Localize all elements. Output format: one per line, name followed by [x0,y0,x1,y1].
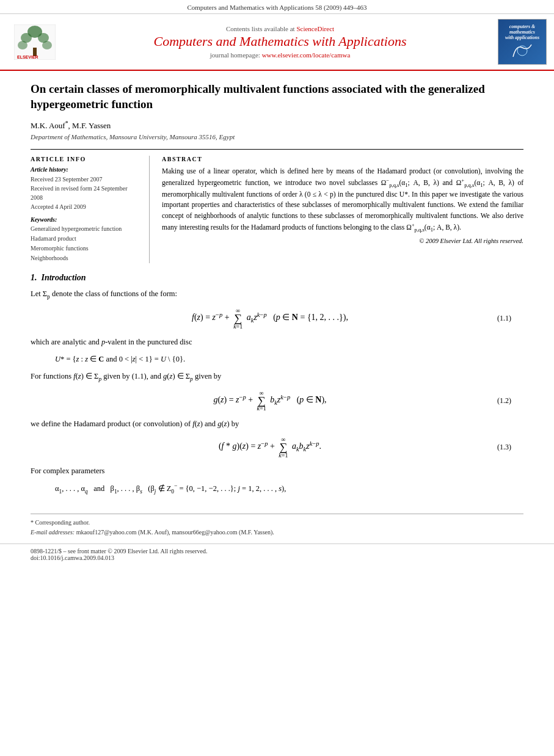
keyword-3: Meromorphic functions [31,244,140,253]
journal-homepage-line: journal homepage: www.elsevier.com/locat… [68,51,492,59]
equation-1-2: g(z) = z−p + ∞ ∑ k=1 bkzk−p (p ∈ N), (1.… [31,390,523,412]
affiliation: Department of Mathematics, Mansoura Univ… [31,133,523,140]
article-info-title: ARTICLE INFO [31,156,140,162]
abstract-col: ABSTRACT Making use of a linear operator… [162,156,523,263]
authors: M.K. Aouf*, M.F. Yassen [31,119,523,130]
received-date: Received 23 September 2007 [31,175,140,184]
issn-line: 0898-1221/$ – see front matter © 2009 El… [31,548,523,554]
journal-right-logo: computers &mathematicswith applications [498,19,547,65]
intro-para5: For complex parameters [31,465,523,477]
intro-para1: Let Σp denote the class of functions of … [31,288,523,302]
journal-title-display: Computers and Mathematics with Applicati… [68,34,492,49]
main-content: On certain classes of meromorphically mu… [0,71,554,514]
section-heading: 1. Introduction [31,273,523,283]
section-label-text: Introduction [42,273,86,282]
right-box-icon [507,42,538,60]
introduction-section: 1. Introduction Let Σp denote the class … [31,273,523,496]
section-number: 1. [31,273,37,282]
history-label: Article history: [31,166,140,173]
footnote-email: E-mail addresses: mkaouf127@yahoo.com (M… [31,528,523,537]
keyword-1: Generalized hypergeometric function [31,224,140,234]
contents-available-text: Contents lists available at [226,25,295,32]
complex-params: α1, . . . , αq and β1, . . . , βs (βj ∉ … [31,482,523,496]
author-names: M.K. Aouf*, M.F. Yassen [31,121,111,130]
equation-1-1: f(z) = z−p + ∞ ∑ k=1 akzk−p (p ∈ N = {1,… [31,307,523,329]
two-column-section: ARTICLE INFO Article history: Received 2… [31,149,523,263]
intro-para3: For functions f(z) ∈ Σp given by (1.1), … [31,370,523,384]
paper-title: On certain classes of meromorphically mu… [31,82,523,112]
eq2-content: g(z) = z−p + ∞ ∑ k=1 bkzk−p (p ∈ N), [43,390,497,412]
journal-top-bar: Computers and Mathematics with Applicati… [0,0,554,14]
page-wrapper: Computers and Mathematics with Applicati… [0,0,554,756]
keywords-label: Keywords: [31,216,140,223]
keyword-4: Neighborhoods [31,253,140,263]
eq1-number: (1.1) [497,314,511,323]
homepage-url[interactable]: www.elsevier.com/locate/camwa [262,51,351,59]
copyright-line: © 2009 Elsevier Ltd. All rights reserved… [162,238,523,244]
svg-point-4 [18,41,27,49]
keyword-2: Hadamard product [31,234,140,244]
revised-date: Received in revised form 24 September200… [31,184,140,202]
journal-citation: Computers and Mathematics with Applicati… [187,4,366,11]
article-info: ARTICLE INFO Article history: Received 2… [31,156,150,263]
eq1-content: f(z) = z−p + ∞ ∑ k=1 akzk−p (p ∈ N = {1,… [43,307,497,329]
bottom-bar: 0898-1221/$ – see front matter © 2009 El… [0,543,554,565]
sciencedirect-link[interactable]: ScienceDirect [296,25,334,32]
svg-point-5 [42,41,52,49]
footnote-section: * Corresponding author. E-mail addresses… [31,514,523,537]
footnote-star: * Corresponding author. [31,518,523,528]
doi-line: doi:10.1016/j.camwa.2009.04.013 [31,554,523,561]
right-box-text: computers &mathematicswith applications [505,24,539,40]
abstract-title: ABSTRACT [162,156,523,162]
eq2-number: (1.2) [497,396,511,405]
homepage-label: journal homepage: [210,51,260,59]
disc-definition: U* = {z : z ∈ C and 0 < |z| < 1} = U \ {… [31,353,523,365]
eq3-content: (f * g)(z) = z−p + ∞ ∑ k=1 akbkzk−p. [43,436,497,458]
intro-para2: which are analytic and p-valent in the p… [31,336,523,348]
abstract-text: Making use of a linear operator, which i… [162,166,523,234]
accepted-date: Accepted 4 April 2009 [31,202,140,211]
equation-1-3: (f * g)(z) = z−p + ∞ ∑ k=1 akbkzk−p. (1.… [31,436,523,458]
sciencedirect-line: Contents lists available at ScienceDirec… [68,25,492,32]
elsevier-tree-icon: ELSEVIER [14,24,56,60]
eq3-number: (1.3) [497,443,511,452]
journal-header: ELSEVIER Contents lists available at Sci… [0,14,554,71]
elsevier-logo: ELSEVIER [7,24,62,60]
intro-para4: we define the Hadamard product (or convo… [31,418,523,430]
svg-text:ELSEVIER: ELSEVIER [17,55,38,59]
journal-center: Contents lists available at ScienceDirec… [68,25,492,59]
